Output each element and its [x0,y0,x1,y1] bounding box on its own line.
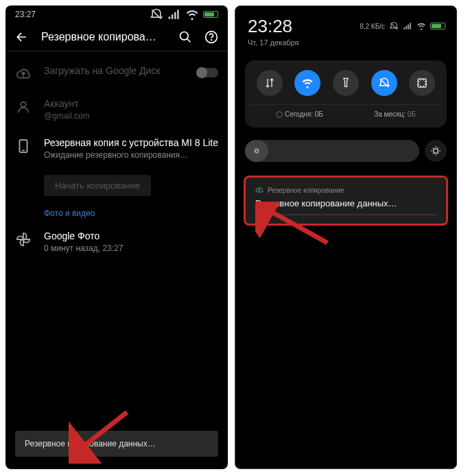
shade-status-icons: 8,2 КБ/с [360,21,445,31]
account-email: @gmail.com [44,111,218,121]
today-label: Сегодня: [285,110,313,118]
status-bar: 23:27 [5,5,228,23]
net-speed: 8,2 КБ/с [360,23,385,30]
status-icons [150,8,218,21]
status-time: 23:27 [15,10,36,19]
shade-date: Чт, 17 декабря [248,38,444,47]
notification-shade: 23:28 Чт, 17 декабря 8,2 КБ/с Сегодня: 0… [235,5,457,469]
search-icon[interactable] [178,30,192,44]
account-label: Аккаунт [44,98,218,109]
svg-point-4 [211,40,212,40]
qs-dnd[interactable] [371,70,397,96]
qs-screenshot[interactable] [409,70,435,96]
month-value: 0Б [408,110,416,118]
back-icon[interactable] [15,30,29,44]
settings-screen: 23:27 Резервное копирова… Загружать на G… [5,5,228,469]
dnd-icon [150,8,163,21]
signal-icon [403,21,412,31]
account-row[interactable]: Аккаунт @gmail.com [15,90,218,129]
wifi-icon [185,8,199,21]
notif-title: Резервное копирование данных… [255,198,436,209]
page-title: Резервное копирова… [41,31,166,43]
sun-icon [430,145,441,156]
gphoto-title: Google Фото [44,230,218,241]
phone-icon [16,139,31,154]
wifi-icon [417,21,426,31]
battery-icon [203,11,218,18]
shade-header: 23:28 Чт, 17 декабря 8,2 КБ/с [235,6,456,52]
start-backup-button[interactable]: Начать копирование [44,175,151,196]
notif-app-row: Резервное копирование [255,186,436,194]
signal-icon [167,8,181,21]
battery-icon [430,23,445,29]
cloud-upload-icon [255,186,264,194]
device-sub: Ожидание резервного копирования… [44,150,218,160]
upload-toggle[interactable] [196,68,218,78]
device-backup-row[interactable]: Резервная копия с устройства MI 8 Lite О… [15,129,218,168]
sun-low-icon [252,146,261,156]
backup-notification[interactable]: Резервное копирование Резервное копирова… [244,176,448,226]
today-value: 0Б [315,110,323,118]
svg-point-1 [180,32,189,40]
upload-row[interactable]: Загружать на Google Диск [15,57,218,90]
quick-settings-panel: Сегодня: 0Б За месяц: 0Б [245,60,447,128]
notif-app-name: Резервное копирование [268,187,344,194]
svg-rect-10 [418,79,426,87]
svg-line-2 [187,39,191,43]
qs-tiles [250,70,441,96]
svg-point-12 [255,150,259,153]
svg-point-11 [277,112,282,117]
media-section-label: Фото и видео [15,196,218,222]
upload-label: Загружать на Google Диск [44,65,184,76]
qs-wifi[interactable] [294,70,320,96]
pinwheel-icon [16,232,31,247]
qs-mobile-data[interactable] [257,70,283,96]
dnd-icon [389,21,399,31]
svg-point-13 [434,149,438,154]
brightness-slider[interactable] [245,140,447,162]
cloud-upload-icon [16,67,31,82]
help-icon[interactable] [204,30,218,44]
backup-toast: Резервное копирование данных… [15,431,218,457]
info-icon [276,111,283,118]
app-header: Резервное копирова… [5,23,228,51]
auto-brightness-button[interactable] [425,140,447,162]
month-label: За месяц: [374,110,406,118]
gphoto-row[interactable]: Google Фото 0 минут назад, 23:27 [15,222,218,261]
notif-progress [255,214,436,215]
account-icon [16,99,31,115]
svg-point-5 [21,102,25,107]
data-usage[interactable]: Сегодня: 0Б За месяц: 0Б [250,104,441,118]
settings-list: Загружать на Google Диск Аккаунт @gmail.… [5,51,228,267]
qs-flashlight[interactable] [333,70,359,96]
gphoto-sub: 0 минут назад, 23:27 [44,243,218,253]
device-title: Резервная копия с устройства MI 8 Lite [44,137,218,148]
